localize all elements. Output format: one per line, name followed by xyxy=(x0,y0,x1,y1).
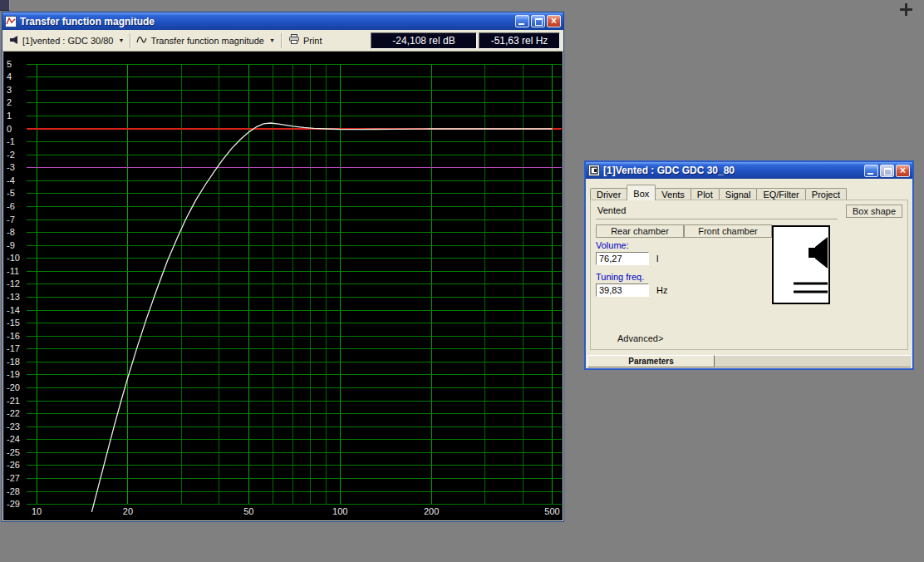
svg-text:5: 5 xyxy=(7,59,12,69)
svg-text:-19: -19 xyxy=(7,369,20,379)
box-design-window: [1]Vented : GDC GDC 30_80 Driver Box Ven… xyxy=(584,160,914,370)
box-shape-button[interactable]: Box shape xyxy=(846,205,902,218)
svg-text:-23: -23 xyxy=(7,422,20,431)
driver-selector[interactable]: [1]vented : GDC 30/80 ▼ xyxy=(5,33,128,48)
cursor-db-readout: -24,108 rel dB xyxy=(371,32,477,49)
svg-text:-1: -1 xyxy=(7,136,15,146)
tuning-freq-unit: Hz xyxy=(656,285,667,295)
box-tab-page: Vented Box shape Rear chamber Front cham… xyxy=(590,200,908,350)
tab-driver[interactable]: Driver xyxy=(590,188,627,200)
plot-type-selector-label: Transfer function magnitude xyxy=(150,36,264,46)
cursor-hz-readout: -51,63 rel Hz xyxy=(479,32,560,49)
volume-label: Volume: xyxy=(596,240,762,250)
svg-text:-9: -9 xyxy=(7,240,15,250)
minimize-button[interactable] xyxy=(864,165,878,177)
background-window-fragment xyxy=(0,0,10,11)
print-button-label: Print xyxy=(303,36,322,46)
plot-area[interactable]: 543210-1-2-3-4-5-6-7-8-9-10-11-12-13-14-… xyxy=(3,52,563,520)
box-window-titlebar: [1]Vented : GDC GDC 30_80 xyxy=(586,162,912,179)
plot-window-title: Transfer function magnitude xyxy=(20,16,155,27)
svg-text:-26: -26 xyxy=(7,460,20,470)
svg-text:-3: -3 xyxy=(7,162,15,172)
tab-eq-filter[interactable]: EQ/Filter xyxy=(756,188,805,200)
plot-window-titlebar: Transfer function magnitude xyxy=(2,12,563,30)
chevron-down-icon: ▼ xyxy=(118,37,124,43)
box-window-content: Driver Box Vents Plot Signal EQ/Filter P… xyxy=(586,179,912,368)
print-button[interactable]: Print xyxy=(283,32,327,48)
svg-text:3: 3 xyxy=(7,85,12,95)
desktop-crosshair-icon xyxy=(900,3,912,16)
parameters-bar: Parameters xyxy=(587,355,911,367)
volume-unit: l xyxy=(656,254,658,264)
tab-signal[interactable]: Signal xyxy=(719,188,758,200)
svg-text:20: 20 xyxy=(123,506,133,516)
tuning-freq-input[interactable] xyxy=(596,283,649,297)
driver-icon xyxy=(9,35,19,47)
chamber-fields: Volume: l Tuning freq. Hz xyxy=(596,240,762,297)
advanced-button[interactable]: Advanced> xyxy=(617,333,663,343)
svg-text:-7: -7 xyxy=(7,214,15,224)
svg-text:-4: -4 xyxy=(7,175,15,185)
svg-text:-17: -17 xyxy=(7,343,20,353)
svg-text:-29: -29 xyxy=(7,499,20,509)
box-shape-diagram xyxy=(772,225,830,304)
tab-vents[interactable]: Vents xyxy=(655,188,691,200)
svg-text:-2: -2 xyxy=(7,150,15,160)
svg-text:100: 100 xyxy=(332,506,347,516)
svg-text:-22: -22 xyxy=(7,408,20,418)
svg-text:-12: -12 xyxy=(7,279,20,288)
svg-text:-15: -15 xyxy=(7,318,20,328)
parameters-panel-header[interactable]: Parameters xyxy=(587,355,715,367)
box-window-icon xyxy=(588,165,600,176)
desktop: Transfer function magnitude [1]vented : … xyxy=(0,0,924,562)
svg-text:-13: -13 xyxy=(7,292,20,302)
svg-text:-21: -21 xyxy=(7,396,20,406)
cursor-readouts: -24,108 rel dB -51,63 rel Hz xyxy=(371,32,560,49)
svg-text:-6: -6 xyxy=(7,201,15,211)
svg-text:-24: -24 xyxy=(7,434,20,444)
svg-text:1: 1 xyxy=(7,111,12,121)
svg-text:-11: -11 xyxy=(7,266,19,276)
tab-strip: Driver Box Vents Plot Signal EQ/Filter P… xyxy=(590,185,908,200)
svg-text:2: 2 xyxy=(7,97,12,107)
maximize-button[interactable] xyxy=(880,165,894,177)
enclosure-type-select[interactable]: Vented xyxy=(596,205,838,219)
svg-text:-14: -14 xyxy=(7,305,20,315)
chevron-down-icon: ▼ xyxy=(269,37,275,43)
printer-icon xyxy=(288,34,300,47)
minimize-button[interactable] xyxy=(515,15,529,27)
close-button[interactable] xyxy=(896,165,910,177)
svg-text:10: 10 xyxy=(32,506,42,516)
maximize-button[interactable] xyxy=(531,15,545,27)
svg-text:-8: -8 xyxy=(7,227,15,237)
parameters-panel-track xyxy=(715,355,911,367)
svg-text:-25: -25 xyxy=(7,447,20,457)
svg-text:500: 500 xyxy=(544,506,559,516)
tuning-freq-label: Tuning freq. xyxy=(596,272,762,282)
svg-text:-28: -28 xyxy=(7,486,20,496)
volume-input[interactable] xyxy=(596,252,649,265)
front-chamber-tab[interactable]: Front chamber xyxy=(684,224,772,238)
plot-type-selector[interactable]: Transfer function magnitude ▼ xyxy=(132,33,279,48)
driver-selector-label: [1]vented : GDC 30/80 xyxy=(22,36,113,46)
curve-icon xyxy=(136,35,147,47)
svg-text:50: 50 xyxy=(243,506,253,516)
close-button[interactable] xyxy=(547,15,561,27)
transfer-function-window: Transfer function magnitude [1]vented : … xyxy=(2,12,564,522)
plot-window-icon xyxy=(5,16,17,27)
svg-text:-27: -27 xyxy=(7,473,20,483)
svg-text:4: 4 xyxy=(7,71,12,81)
rear-chamber-tab[interactable]: Rear chamber xyxy=(596,224,684,238)
svg-text:200: 200 xyxy=(424,506,439,516)
tab-project[interactable]: Project xyxy=(805,188,847,200)
toolbar-separator xyxy=(130,33,130,48)
toolbar-separator xyxy=(281,33,282,48)
svg-text:-20: -20 xyxy=(7,382,20,392)
tab-plot[interactable]: Plot xyxy=(691,188,720,200)
box-window-title: [1]Vented : GDC GDC 30_80 xyxy=(603,165,735,176)
plot-toolbar: [1]vented : GDC 30/80 ▼ Transfer functio… xyxy=(2,30,563,52)
tab-box[interactable]: Box xyxy=(627,185,656,200)
svg-text:-18: -18 xyxy=(7,357,20,367)
svg-text:-5: -5 xyxy=(7,188,15,198)
svg-text:-10: -10 xyxy=(7,253,20,263)
